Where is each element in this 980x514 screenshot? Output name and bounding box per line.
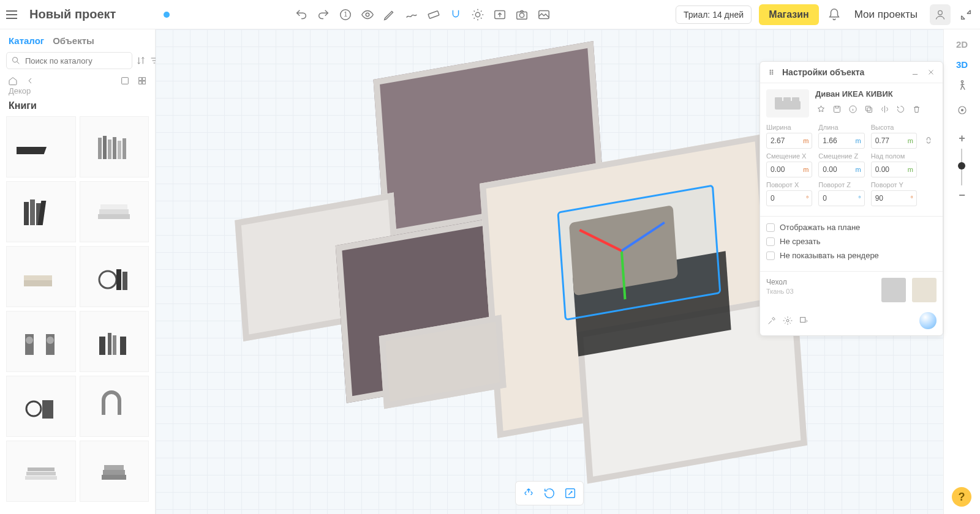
export-image-icon[interactable] bbox=[492, 7, 508, 23]
rotate-icon[interactable] bbox=[541, 485, 557, 501]
collapse-icon[interactable] bbox=[958, 7, 974, 23]
trial-button[interactable]: Триал: 14 дней bbox=[676, 6, 752, 24]
height-field[interactable]: m bbox=[871, 133, 917, 149]
copy-icon[interactable] bbox=[863, 103, 874, 114]
svg-rect-44 bbox=[25, 476, 57, 480]
depth-field[interactable]: m bbox=[818, 133, 864, 149]
catalog-item[interactable] bbox=[80, 376, 149, 437]
svg-point-68 bbox=[786, 319, 789, 322]
catalog-item[interactable] bbox=[80, 246, 149, 307]
material-label: Чехол bbox=[766, 278, 875, 286]
check-no-cut[interactable]: Не срезать bbox=[766, 237, 937, 246]
ruler-icon[interactable] bbox=[426, 7, 442, 23]
svg-rect-47 bbox=[102, 475, 126, 480]
info-icon[interactable] bbox=[847, 103, 858, 114]
bell-icon[interactable] bbox=[826, 7, 842, 23]
view-2d[interactable]: 2D bbox=[954, 37, 970, 52]
target-icon[interactable] bbox=[954, 102, 970, 121]
my-projects-link[interactable]: Мои проекты bbox=[850, 9, 922, 21]
gear-icon[interactable] bbox=[782, 315, 793, 326]
elevation-field[interactable]: m bbox=[871, 162, 917, 177]
lock-aspect-icon[interactable] bbox=[923, 135, 934, 146]
catalog-item[interactable] bbox=[80, 116, 149, 177]
reset-icon[interactable] bbox=[895, 103, 906, 114]
svg-rect-69 bbox=[801, 318, 805, 322]
view-large-icon[interactable] bbox=[119, 75, 130, 86]
snap-icon[interactable] bbox=[448, 7, 464, 23]
view-grid-icon[interactable] bbox=[137, 75, 148, 86]
svg-point-56 bbox=[770, 73, 771, 75]
svg-rect-17 bbox=[103, 136, 107, 159]
walk-icon[interactable] bbox=[954, 77, 971, 97]
width-field[interactable]: m bbox=[766, 133, 812, 149]
zoom-out-icon[interactable]: − bbox=[959, 189, 965, 202]
redo-icon[interactable] bbox=[315, 7, 331, 23]
shop-button[interactable]: Магазин bbox=[759, 4, 819, 25]
back-icon[interactable] bbox=[24, 75, 36, 86]
svg-rect-2 bbox=[428, 10, 439, 18]
user-icon[interactable] bbox=[930, 4, 951, 25]
zoom-track[interactable] bbox=[961, 149, 962, 185]
delete-icon[interactable] bbox=[911, 103, 922, 114]
swatch-grey[interactable] bbox=[881, 278, 906, 302]
object-thumbnail bbox=[766, 89, 809, 117]
panel-title: Настройки объекта bbox=[782, 67, 905, 77]
offset-x-field[interactable]: m bbox=[766, 162, 812, 177]
help-button[interactable]: ? bbox=[952, 487, 971, 507]
toolbar-right: Триал: 14 дней Магазин Мои проекты bbox=[676, 4, 974, 25]
svg-point-57 bbox=[772, 70, 773, 71]
prop-label: Ширина bbox=[766, 124, 812, 131]
catalog-item[interactable] bbox=[80, 181, 149, 242]
undo-icon[interactable] bbox=[293, 7, 309, 23]
view-3d[interactable]: 3D bbox=[954, 57, 970, 72]
tab-catalog[interactable]: Каталог bbox=[9, 35, 44, 46]
close-icon[interactable] bbox=[925, 67, 937, 78]
menu-icon[interactable] bbox=[6, 7, 21, 22]
sort-icon[interactable] bbox=[136, 55, 146, 66]
svg-rect-39 bbox=[120, 337, 126, 355]
minimize-icon[interactable] bbox=[910, 67, 921, 78]
zoom-handle[interactable] bbox=[958, 162, 965, 169]
unsaved-dot-icon bbox=[164, 12, 170, 18]
search-input[interactable] bbox=[6, 52, 132, 69]
catalog-item[interactable] bbox=[80, 441, 149, 502]
history-icon[interactable]: 1 bbox=[337, 7, 353, 23]
zoom-slider[interactable]: + − bbox=[959, 132, 965, 202]
check-no-render[interactable]: Не показывать на рендере bbox=[766, 251, 937, 260]
mirror-icon[interactable] bbox=[879, 103, 890, 114]
project-title[interactable]: Новый проект bbox=[29, 7, 116, 21]
catalog-item[interactable] bbox=[6, 116, 76, 177]
top-bar: Новый проект 1 Триал: 14 дней Магазин Мо… bbox=[0, 0, 980, 29]
toolbar-center: 1 bbox=[175, 7, 671, 23]
zoom-in-icon[interactable]: + bbox=[959, 132, 965, 145]
material-menu-icon[interactable] bbox=[798, 315, 809, 326]
catalog-item[interactable] bbox=[6, 376, 76, 437]
fullscreen-icon[interactable] bbox=[562, 485, 578, 501]
orbit-icon[interactable] bbox=[521, 485, 537, 501]
check-show-on-plan[interactable]: Отображать на плане bbox=[766, 223, 937, 232]
svg-point-37 bbox=[47, 337, 54, 344]
swatch-beige[interactable] bbox=[912, 278, 937, 302]
drag-handle-icon[interactable] bbox=[766, 67, 777, 78]
freehand-icon[interactable] bbox=[404, 7, 420, 23]
save-icon[interactable] bbox=[831, 103, 842, 114]
favorite-icon[interactable] bbox=[815, 103, 826, 114]
pencil-icon[interactable] bbox=[382, 7, 398, 23]
rotz-field[interactable]: ° bbox=[818, 190, 864, 206]
roty-field[interactable]: ° bbox=[871, 190, 917, 206]
gallery-icon[interactable] bbox=[536, 7, 552, 23]
catalog-item[interactable] bbox=[6, 441, 76, 502]
home-icon[interactable] bbox=[7, 75, 18, 86]
catalog-item[interactable] bbox=[80, 311, 149, 372]
catalog-item[interactable] bbox=[6, 311, 76, 372]
tab-objects[interactable]: Объекты bbox=[53, 35, 94, 46]
catalog-item[interactable] bbox=[6, 246, 76, 307]
eyedropper-icon[interactable] bbox=[766, 315, 777, 326]
offset-z-field[interactable]: m bbox=[818, 162, 864, 177]
camera-icon[interactable] bbox=[514, 7, 530, 23]
sun-icon[interactable] bbox=[470, 7, 486, 23]
catalog-item[interactable] bbox=[6, 181, 76, 242]
rotx-field[interactable]: ° bbox=[766, 190, 812, 206]
visibility-icon[interactable] bbox=[360, 7, 375, 23]
preview-sphere-icon bbox=[919, 312, 937, 329]
